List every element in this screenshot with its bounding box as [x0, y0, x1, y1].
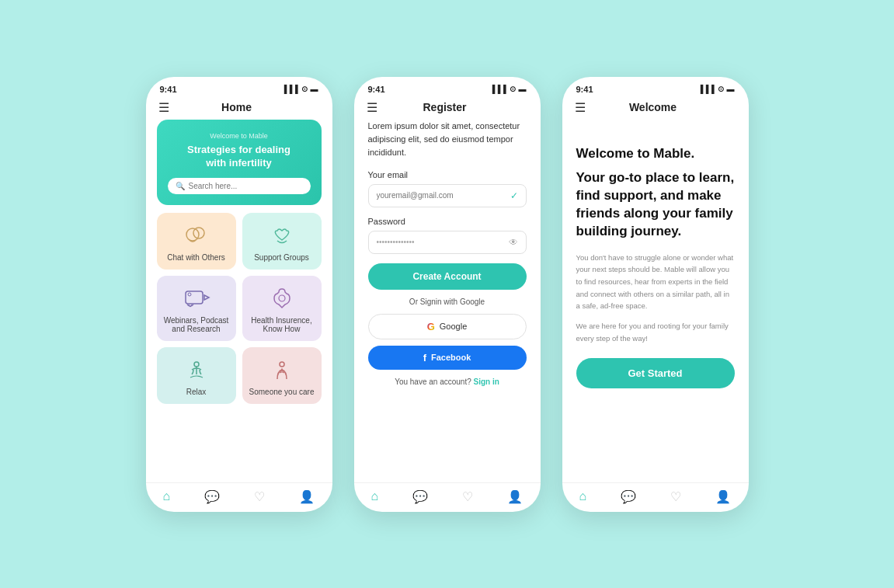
grid-item-care[interactable]: Someone you care — [242, 347, 322, 404]
grid-item-health[interactable]: Health Insurence,Know How — [242, 276, 322, 341]
grid-label-support: Support Groups — [254, 253, 309, 262]
webinar-icon — [183, 285, 210, 311]
phone-welcome: 9:41 ▐▐▐ ⊙ ▬ ☰ Welcome Welcome to Mable.… — [562, 77, 749, 512]
phone-home: 9:41 ▐▐▐ ⊙ ▬ ☰ Home Welcome to Mable Str… — [146, 77, 332, 512]
email-label: Your email — [368, 170, 527, 179]
grid-label-care: Someone you care — [249, 388, 315, 396]
status-icons-2: ▐▐▐ ⊙ ▬ — [489, 85, 526, 93]
support-icon — [270, 222, 294, 249]
welcome-tagline: Your go-to place to learn, find support,… — [576, 169, 735, 241]
grid-item-webinar[interactable]: Webinars, Podcastand Research — [157, 276, 236, 341]
search-icon: 🔍 — [176, 182, 185, 190]
welcome-content: Welcome to Mable. Your go-to place to le… — [562, 120, 749, 482]
grid-item-relax[interactable]: Relax — [157, 347, 236, 404]
check-icon: ✓ — [510, 190, 518, 201]
heart-nav-icon-2[interactable]: ♡ — [462, 489, 473, 504]
heart-nav-icon[interactable]: ♡ — [254, 489, 265, 504]
health-icon — [270, 285, 294, 311]
profile-nav-icon-2[interactable]: 👤 — [507, 489, 523, 504]
time-1: 9:41 — [160, 85, 177, 94]
have-account-text: You have an account? Sign in — [368, 378, 527, 386]
grid-label-chat: Chat with Others — [167, 253, 224, 262]
care-icon — [271, 357, 293, 383]
chat-nav-icon-3[interactable]: 💬 — [621, 489, 636, 504]
time-3: 9:41 — [576, 85, 593, 94]
status-bar-3: 9:41 ▐▐▐ ⊙ ▬ — [562, 77, 749, 97]
bottom-nav-2: ⌂ 💬 ♡ 👤 — [354, 482, 541, 512]
chat-nav-icon-2[interactable]: 💬 — [412, 489, 428, 504]
grid-label-health: Health Insurence,Know How — [251, 316, 311, 333]
google-g-icon: G — [427, 321, 435, 332]
phones-container: 9:41 ▐▐▐ ⊙ ▬ ☰ Home Welcome to Mable Str… — [146, 77, 749, 512]
signal-icon-3: ▐▐▐ — [697, 85, 714, 93]
nav-bar-2: ☰ Register — [354, 97, 541, 120]
email-field-wrap[interactable]: ✓ — [368, 184, 527, 207]
relax-icon — [186, 357, 207, 383]
svg-point-4 — [188, 293, 191, 296]
battery-icon-2: ▬ — [519, 85, 527, 93]
profile-nav-icon[interactable]: 👤 — [299, 489, 315, 504]
wifi-icon-3: ⊙ — [718, 85, 724, 93]
hero-title: Strategies for dealingwith infertility — [168, 143, 311, 170]
welcome-desc-2: We are here for you and rooting for your… — [576, 320, 735, 344]
search-bar[interactable]: 🔍 — [168, 178, 311, 194]
nav-title-1: Home — [221, 101, 252, 113]
signal-icon: ▐▐▐ — [281, 85, 297, 93]
phone-register: 9:41 ▐▐▐ ⊙ ▬ ☰ Register Lorem ipsum dolo… — [354, 77, 541, 512]
wifi-icon-2: ⊙ — [510, 85, 516, 93]
hamburger-icon-2[interactable]: ☰ — [367, 100, 377, 115]
battery-icon-3: ▬ — [727, 85, 735, 93]
create-account-button[interactable]: Create Account — [368, 263, 527, 290]
or-text: Or Signin with Google — [368, 297, 527, 306]
password-input[interactable] — [377, 238, 509, 246]
facebook-f-icon: f — [423, 352, 426, 364]
register-content: Lorem ipsum dolor sit amet, consectetur … — [354, 120, 541, 482]
chat-nav-icon[interactable]: 💬 — [204, 489, 220, 504]
facebook-button[interactable]: f Facebook — [368, 346, 527, 370]
grid-item-chat[interactable]: Chat with Others — [157, 213, 236, 270]
hamburger-icon[interactable]: ☰ — [158, 100, 169, 115]
heart-nav-icon-3[interactable]: ♡ — [670, 489, 681, 504]
signal-icon-2: ▐▐▐ — [489, 85, 506, 93]
welcome-desc-1: You don't have to struggle alone or wond… — [576, 252, 735, 312]
home-nav-icon[interactable]: ⌂ — [163, 489, 171, 503]
wifi-icon: ⊙ — [301, 85, 308, 93]
svg-point-7 — [280, 362, 284, 367]
hamburger-icon-3[interactable]: ☰ — [575, 100, 586, 115]
nav-bar-1: ☰ Home — [146, 97, 332, 120]
nav-bar-3: ☰ Welcome — [562, 97, 749, 120]
google-button[interactable]: G Google — [368, 314, 527, 339]
hero-subtitle: Welcome to Mable — [168, 132, 311, 140]
bottom-nav-3: ⌂ 💬 ♡ 👤 — [562, 482, 749, 512]
bottom-nav-1: ⌂ 💬 ♡ 👤 — [146, 482, 332, 512]
home-nav-icon-3[interactable]: ⌂ — [579, 489, 587, 503]
eye-icon[interactable]: 👁 — [509, 237, 518, 248]
svg-point-5 — [279, 295, 285, 301]
nav-title-2: Register — [423, 101, 466, 113]
nav-title-3: Welcome — [629, 101, 677, 113]
password-field-wrap[interactable]: 👁 — [368, 231, 527, 254]
grid-label-relax: Relax — [186, 388, 207, 396]
status-icons-1: ▐▐▐ ⊙ ▬ — [281, 85, 318, 93]
svg-point-0 — [186, 228, 199, 241]
get-started-button[interactable]: Get Started — [576, 358, 735, 388]
home-hero: Welcome to Mable Strategies for dealingw… — [157, 120, 322, 205]
welcome-title: Welcome to Mable. — [576, 146, 735, 162]
email-input[interactable] — [377, 191, 510, 200]
sign-in-link[interactable]: Sign in — [474, 378, 499, 386]
grid-label-webinar: Webinars, Podcastand Research — [164, 316, 229, 333]
grid-item-support[interactable]: Support Groups — [242, 213, 322, 270]
status-bar-1: 9:41 ▐▐▐ ⊙ ▬ — [146, 77, 332, 97]
profile-nav-icon-3[interactable]: 👤 — [715, 489, 731, 504]
register-description: Lorem ipsum dolor sit amet, consectetur … — [368, 120, 527, 159]
battery-icon: ▬ — [311, 85, 318, 93]
time-2: 9:41 — [368, 85, 385, 94]
chat-icon — [184, 222, 209, 249]
status-icons-3: ▐▐▐ ⊙ ▬ — [697, 85, 734, 93]
search-input[interactable] — [189, 182, 303, 190]
status-bar-2: 9:41 ▐▐▐ ⊙ ▬ — [354, 77, 541, 97]
password-label: Password — [368, 217, 527, 226]
svg-point-6 — [194, 362, 199, 367]
home-grid: Chat with Others Support Groups — [146, 213, 332, 404]
home-nav-icon-2[interactable]: ⌂ — [371, 489, 379, 503]
